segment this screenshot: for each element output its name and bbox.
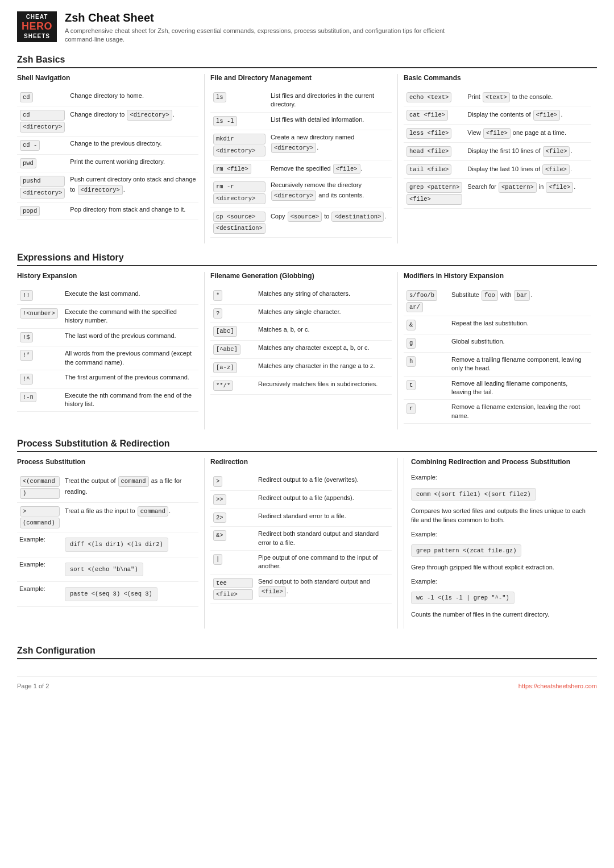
table-row: echo <text> Print <text> to the console.	[404, 89, 591, 106]
basic-commands-col: Basic Commands echo <text> Print <text> …	[404, 74, 597, 243]
redirection-col: Redirection > Redirect output to a file …	[210, 458, 398, 629]
example3-desc: Counts the number of files in the curren…	[411, 610, 591, 619]
table-row: Example: paste <(seq 3) <(seq 3)	[17, 582, 198, 607]
table-row: tee<file> Send output to both standard o…	[210, 574, 392, 604]
table-row: g Global substitution.	[404, 334, 591, 353]
table-row: cp <source><destination> Copy <source> t…	[210, 208, 392, 237]
logo: CHEAT HERO SHEETS	[17, 11, 57, 42]
table-row: !^ The first argument of the previous co…	[17, 370, 198, 388]
table-row: cd Change directory to home.	[17, 89, 198, 106]
section-process-sub: Process Substitution & Redirection	[17, 439, 597, 452]
page-title: Zsh Cheat Sheet	[65, 11, 463, 24]
table-row: less <file> View <file> one page at a ti…	[404, 125, 591, 143]
table-row: > Redirect output to a file (overwrites)…	[210, 473, 392, 490]
basic-cmd-title: Basic Commands	[404, 74, 591, 84]
example3-code: wc -l <(ls -l | grep "^-")	[411, 592, 515, 604]
example1-label: Example:	[411, 473, 591, 482]
modifiers-table: s/foo/bar/ Substitute foo with bar. & Re…	[404, 287, 591, 424]
table-row: [abc] Matches a, b, or c.	[210, 323, 392, 341]
example2-desc: Grep through gzipped file without explic…	[411, 563, 591, 572]
example2-label: Example:	[411, 530, 591, 539]
combining-col: Combining Redirection and Process Substi…	[404, 458, 597, 629]
process-sub-col: Process Substitution <(command) Treat th…	[17, 458, 205, 629]
table-row: cat <file> Display the contents of <file…	[404, 106, 591, 125]
table-row: rm -r<directory> Recursively remove the …	[210, 178, 392, 208]
table-row: r Remove a filename extension, leaving t…	[404, 400, 591, 424]
header-text: Zsh Cheat Sheet A comprehensive cheat sh…	[65, 11, 463, 44]
page-number: Page 1 of 2	[17, 683, 49, 689]
example1-desc: Compares two sorted files and outputs th…	[411, 506, 591, 525]
table-row: !* All words from the previous command (…	[17, 346, 198, 370]
page-description: A comprehensive cheat sheet for Zsh, cov…	[65, 27, 463, 44]
table-row: >(command) Treat a file as the input to …	[17, 502, 198, 532]
logo-sheets-text: SHEETS	[24, 33, 50, 40]
table-row: h Remove a trailing filename component, …	[404, 352, 591, 376]
example2-code: grep pattern <(zcat file.gz)	[411, 544, 521, 557]
page-header: CHEAT HERO SHEETS Zsh Cheat Sheet A comp…	[17, 11, 597, 44]
globbing-col: Filename Generation (Globbing) * Matches…	[210, 272, 398, 429]
file-dir-table: ls List files and directories in the cur…	[210, 89, 392, 238]
history-expansion-col: History Expansion !! Execute the last co…	[17, 272, 205, 429]
table-row: >> Redirect output to a file (appends).	[210, 490, 392, 509]
table-row: grep <pattern><file> Search for <pattern…	[404, 179, 591, 208]
table-row: !! Execute the last command.	[17, 287, 198, 304]
expressions-grid: History Expansion !! Execute the last co…	[17, 272, 597, 429]
table-row: cd <directory> Change directory to <dire…	[17, 106, 198, 136]
shell-nav-title: Shell Navigation	[17, 74, 198, 84]
table-row: 2> Redirect standard error to a file.	[210, 509, 392, 527]
table-row: head <file> Display the first 10 lines o…	[404, 142, 591, 160]
redirection-title: Redirection	[210, 458, 392, 468]
section-zsh-config: Zsh Configuration	[17, 646, 597, 659]
table-row: s/foo/bar/ Substitute foo with bar.	[404, 287, 591, 316]
combining-content: Example: comm <(sort file1) <(sort file2…	[411, 473, 591, 619]
table-row: | Pipe output of one command to the inpu…	[210, 551, 392, 574]
table-row: mkdir<directory> Create a new directory …	[210, 130, 392, 160]
redirection-table: > Redirect output to a file (overwrites)…	[210, 473, 392, 604]
table-row: * Matches any string of characters.	[210, 287, 392, 304]
zsh-basics-grid: Shell Navigation cd Change directory to …	[17, 74, 597, 243]
logo-cheat-text: CHEAT	[26, 14, 48, 20]
history-exp-title: History Expansion	[17, 272, 198, 282]
table-row: &> Redirect both standard output and sta…	[210, 527, 392, 551]
section-zsh-basics: Zsh Basics	[17, 55, 597, 68]
table-row: Example: sort <(echo "b\na")	[17, 557, 198, 582]
table-row: <(command) Treat the output of command a…	[17, 473, 198, 502]
table-row: **/* Recursively matches files in subdir…	[210, 377, 392, 395]
table-row: !-n Execute the nth command from the end…	[17, 388, 198, 412]
process-sub-table: <(command) Treat the output of command a…	[17, 473, 198, 607]
modifiers-col: Modifiers in History Expansion s/foo/bar…	[404, 272, 597, 429]
history-exp-table: !! Execute the last command. !<number> E…	[17, 287, 198, 412]
example3-label: Example:	[411, 577, 591, 586]
modifiers-title: Modifiers in History Expansion	[404, 272, 591, 282]
table-row: [^abc] Matches any character except a, b…	[210, 341, 392, 359]
combining-title: Combining Redirection and Process Substi…	[411, 458, 591, 468]
shell-nav-table: cd Change directory to home. cd <directo…	[17, 89, 198, 221]
table-row: [a-z] Matches any character in the range…	[210, 358, 392, 377]
page-footer: Page 1 of 2 https://cheatsheetshero.com	[17, 676, 597, 689]
website-link[interactable]: https://cheatsheetshero.com	[518, 683, 597, 689]
table-row: popd Pop directory from stack and change…	[17, 202, 198, 220]
globbing-title: Filename Generation (Globbing)	[210, 272, 392, 282]
globbing-table: * Matches any string of characters. ? Ma…	[210, 287, 392, 395]
file-dir-col: File and Directory Management ls List fi…	[210, 74, 398, 243]
basic-cmd-table: echo <text> Print <text> to the console.…	[404, 89, 591, 209]
table-row: ls -l List files with detailed informati…	[210, 112, 392, 130]
table-row: cd - Change to the previous directory.	[17, 136, 198, 154]
shell-navigation-col: Shell Navigation cd Change directory to …	[17, 74, 205, 243]
cmd-code: cd	[20, 92, 33, 103]
table-row: rm <file> Remove the specified <file>.	[210, 160, 392, 178]
table-row: pushd<directory> Push current directory …	[17, 172, 198, 202]
section-expressions: Expressions and History	[17, 253, 597, 266]
table-row: tail <file> Display the last 10 lines of…	[404, 160, 591, 179]
globbing-any-string: Matches any string of characters.	[256, 287, 392, 304]
example1-code: comm <(sort file1) <(sort file2)	[411, 488, 536, 501]
table-row: pwd Print the current working directory.	[17, 154, 198, 172]
table-row: Example: diff <(ls dir1) <(ls dir2)	[17, 532, 198, 557]
process-sub-grid: Process Substitution <(command) Treat th…	[17, 458, 597, 629]
table-row: & Repeat the last substitution.	[404, 316, 591, 334]
file-dir-title: File and Directory Management	[210, 74, 392, 84]
logo-hero-text: HERO	[22, 20, 52, 33]
table-row: ls List files and directories in the cur…	[210, 89, 392, 112]
table-row: !<number> Execute the command with the s…	[17, 304, 198, 328]
table-row: !$ The last word of the previous command…	[17, 328, 198, 346]
